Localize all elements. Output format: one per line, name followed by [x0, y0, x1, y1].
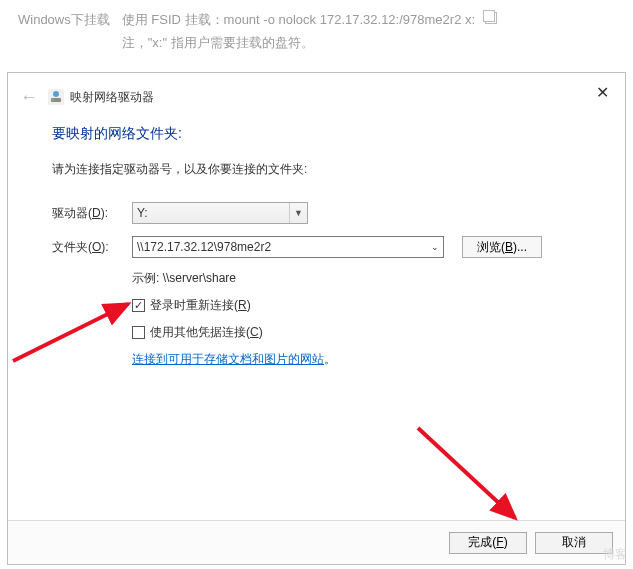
copy-icon[interactable] [485, 12, 497, 24]
dialog-header: ← 映射网络驱动器 ✕ [8, 73, 625, 121]
example-text: 示例: \\server\share [132, 270, 591, 287]
reconnect-checkbox[interactable]: ✓ [132, 299, 145, 312]
dialog-instruction: 请为连接指定驱动器号，以及你要连接的文件夹: [52, 161, 591, 178]
drive-value: Y: [137, 206, 148, 220]
context-text: Windows下挂载 使用 FSID 挂载：mount -o nolock 17… [0, 0, 633, 63]
drive-label: 驱动器(D): [52, 205, 124, 222]
link-suffix: 。 [324, 352, 336, 366]
svg-point-0 [53, 91, 59, 97]
chevron-down-icon: ⌄ [427, 237, 443, 257]
browse-button[interactable]: 浏览(B)... [462, 236, 542, 258]
watermark: 博客 [603, 546, 627, 563]
dialog-body: 要映射的网络文件夹: 请为连接指定驱动器号，以及你要连接的文件夹: 驱动器(D)… [8, 121, 625, 520]
folder-combobox[interactable]: \\172.17.32.12\978me2r2 ⌄ [132, 236, 444, 258]
folder-value: \\172.17.32.12\978me2r2 [137, 240, 271, 254]
finish-button[interactable]: 完成(F) [449, 532, 527, 554]
back-icon: ← [20, 87, 38, 108]
drive-select[interactable]: Y: ▼ [132, 202, 308, 224]
chevron-down-icon: ▼ [289, 203, 307, 223]
dialog-title: 映射网络驱动器 [70, 89, 154, 106]
close-icon[interactable]: ✕ [590, 81, 615, 104]
dialog-heading: 要映射的网络文件夹: [52, 125, 591, 143]
other-creds-checkbox[interactable] [132, 326, 145, 339]
reconnect-label: 登录时重新连接(R) [150, 297, 251, 314]
folder-label: 文件夹(O): [52, 239, 124, 256]
network-drive-icon [48, 89, 64, 105]
svg-rect-2 [52, 99, 54, 101]
storage-website-link[interactable]: 连接到可用于存储文档和图片的网站 [132, 352, 324, 366]
context-line2: 注，"x:" 指用户需要挂载的盘符。 [122, 35, 314, 50]
context-line1: 使用 FSID 挂载：mount -o nolock 172.17.32.12:… [122, 12, 475, 27]
map-network-drive-dialog: ← 映射网络驱动器 ✕ 要映射的网络文件夹: 请为连接指定驱动器号，以及你要连接… [7, 72, 626, 565]
other-creds-label: 使用其他凭据连接(C) [150, 324, 263, 341]
dialog-footer: 完成(F) 取消 [8, 520, 625, 564]
cancel-button[interactable]: 取消 [535, 532, 613, 554]
context-label: Windows下挂载 [18, 8, 110, 55]
